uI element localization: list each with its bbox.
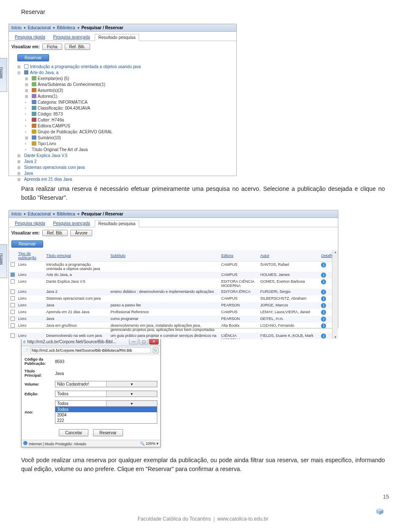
- row-checkbox[interactable]: [11, 334, 15, 338]
- row-checkbox[interactable]: [11, 289, 15, 294]
- breadcrumb-item[interactable]: Biblioteca: [57, 25, 75, 30]
- details-icon[interactable]: i: [321, 317, 326, 322]
- table-row[interactable]: LivroJava em gnu/linuxdesenvolvimento em…: [9, 323, 338, 333]
- tree-detail[interactable]: Área/Subáreas do Conhecimento(1): [26, 82, 232, 88]
- tab-pesquisa-avancada[interactable]: Pesquisa avançada: [50, 220, 93, 226]
- page-icon: 📄: [23, 348, 28, 353]
- view-refbib-button[interactable]: Ref. Bib.: [65, 44, 90, 50]
- refresh-button[interactable]: ↻: [153, 347, 159, 353]
- details-icon[interactable]: i: [321, 279, 326, 284]
- visualizar-em-label: Visualizar em:: [11, 231, 40, 235]
- table-row[interactable]: LivroIntrodução a programação orientada …: [9, 262, 338, 272]
- table-row[interactable]: LivroSistemas operacionais com javaCAMPU…: [9, 295, 338, 302]
- tab-pesquisa-rapida[interactable]: Pesquisa rápida: [11, 220, 49, 226]
- row-checkbox[interactable]: [11, 296, 15, 300]
- row-checkbox[interactable]: [11, 310, 15, 314]
- reservar-button[interactable]: Reservar: [11, 240, 43, 248]
- row-checkbox[interactable]: [11, 323, 15, 328]
- tree-detail[interactable]: Sumário(10): [26, 135, 232, 141]
- table-row[interactable]: LivroDante Explica Java V.5EDITORA CIÊNC…: [9, 278, 338, 289]
- details-icon[interactable]: i: [321, 323, 326, 328]
- view-refbib-button[interactable]: Ref. Bib.: [42, 230, 68, 236]
- column-header[interactable]: Título principal: [44, 250, 109, 262]
- tree-item[interactable]: Java: [18, 171, 232, 176]
- tree-detail[interactable]: Exemplar(es) (5): [26, 76, 232, 82]
- chevron-down-icon[interactable]: ▾: [106, 401, 157, 406]
- scrollbar[interactable]: [332, 250, 338, 339]
- codigo-label: Código da Publicação:: [22, 356, 52, 367]
- tree-detail: Tipo:Livro: [26, 141, 232, 147]
- row-checkbox[interactable]: [11, 262, 15, 267]
- tree-item[interactable]: Introdução a programação orientada a obj…: [18, 64, 232, 70]
- table-row[interactable]: LivroJavapasso a passo litePEARSONJORGE,…: [9, 302, 338, 309]
- table-row[interactable]: LivroArte do Java, aCAMPUSHOLMES, Jamesi: [9, 272, 338, 278]
- tab-resultado[interactable]: Resultado pesquisa: [95, 220, 140, 227]
- tab-pesquisa-rapida[interactable]: Pesquisa rápida: [11, 34, 49, 40]
- breadcrumb-item[interactable]: Início: [11, 212, 22, 216]
- table-row[interactable]: LivroJava 2ensino didático : desenvolven…: [9, 289, 338, 295]
- minimize-button[interactable]: —: [129, 339, 138, 345]
- details-icon[interactable]: i: [321, 310, 326, 315]
- menu-handle[interactable]: Menu: [0, 244, 7, 278]
- details-icon[interactable]: i: [321, 296, 326, 301]
- tab-resultado[interactable]: Resultado pesquisa: [95, 34, 140, 41]
- tree-detail[interactable]: Assunto(s)(3): [26, 88, 232, 94]
- breadcrumb-item[interactable]: Educacional: [27, 212, 50, 216]
- breadcrumb-item[interactable]: Biblioteca: [57, 212, 75, 216]
- tree-item-selected[interactable]: Arte do Java, a: [18, 70, 232, 76]
- row-checkbox[interactable]: [11, 273, 15, 277]
- ano-combobox[interactable]: Todos▾: [55, 400, 157, 407]
- maximize-button[interactable]: ▢: [139, 339, 148, 345]
- chevron-down-icon[interactable]: ▾: [106, 391, 157, 397]
- cancel-button[interactable]: Cancelar: [59, 429, 88, 436]
- details-icon[interactable]: i: [321, 273, 326, 278]
- category-icon: [32, 100, 36, 104]
- view-arvore-button[interactable]: Árvore: [70, 230, 92, 236]
- publisher-icon: [32, 124, 36, 128]
- tree-item[interactable]: Aprenda em 21 dias Java: [18, 176, 232, 182]
- reservar-button[interactable]: Reservar: [17, 54, 49, 61]
- list-icon: [32, 135, 36, 140]
- table-row[interactable]: LivroJavacomo programarPEARSONDEITEL, H.…: [9, 316, 338, 323]
- combo-option[interactable]: 222: [55, 418, 157, 423]
- zoom-indicator[interactable]: 🔍 100% ▾: [140, 441, 159, 446]
- column-header[interactable]: Subtítulo: [109, 250, 219, 262]
- details-icon[interactable]: i: [321, 334, 326, 339]
- cell: CAMPUS: [219, 272, 258, 278]
- breadcrumb-current: Pesquisar / Reservar: [81, 212, 123, 216]
- tree-item[interactable]: Sistemas operacionais com java: [18, 165, 232, 171]
- cell: Livro: [16, 272, 44, 278]
- column-header[interactable]: [9, 250, 16, 262]
- tree-item[interactable]: Java 2: [18, 159, 232, 165]
- tree-detail[interactable]: Autores(1): [26, 94, 232, 99]
- edicao-combobox[interactable]: Todos▾: [55, 391, 157, 397]
- column-header[interactable]: Tipo de publicação: [16, 250, 44, 262]
- combo-option[interactable]: 2004: [55, 412, 157, 418]
- details-icon[interactable]: i: [321, 303, 326, 308]
- volume-label: Volume:: [22, 380, 52, 389]
- column-header[interactable]: Autor: [258, 250, 319, 262]
- view-ficha-button[interactable]: Ficha: [42, 44, 62, 50]
- close-button[interactable]: ✕: [149, 339, 159, 345]
- details-icon[interactable]: i: [321, 262, 326, 267]
- menu-handle[interactable]: Menu: [0, 58, 7, 92]
- table-row[interactable]: LivroAprenda em 21 dias JavaProfissional…: [9, 309, 338, 316]
- details-icon[interactable]: i: [321, 289, 326, 295]
- breadcrumb-item[interactable]: Educacional: [27, 25, 50, 30]
- breadcrumb-item[interactable]: Início: [11, 25, 22, 30]
- tree-item[interactable]: Dante Explica Java V.5: [18, 153, 232, 159]
- table-row[interactable]: LivroDesenvolvendo na web com java serve…: [9, 333, 338, 339]
- address-input[interactable]: [30, 347, 151, 353]
- cell: Profissional Reference: [109, 309, 219, 316]
- volume-combobox[interactable]: Não Cadastrado!▾: [55, 381, 157, 387]
- cell: Livro: [16, 302, 44, 309]
- row-checkbox[interactable]: [11, 303, 15, 307]
- chevron-down-icon[interactable]: ▾: [106, 381, 157, 387]
- column-header[interactable]: Editora: [219, 250, 258, 262]
- tab-pesquisa-avancada[interactable]: Pesquisa avançada: [50, 34, 93, 40]
- cell: JORGE, Marcos: [258, 302, 319, 309]
- combo-option[interactable]: Todos: [55, 407, 157, 412]
- row-checkbox[interactable]: [11, 279, 15, 284]
- confirm-reservar-button[interactable]: Reservar: [93, 429, 123, 436]
- row-checkbox[interactable]: [11, 317, 15, 321]
